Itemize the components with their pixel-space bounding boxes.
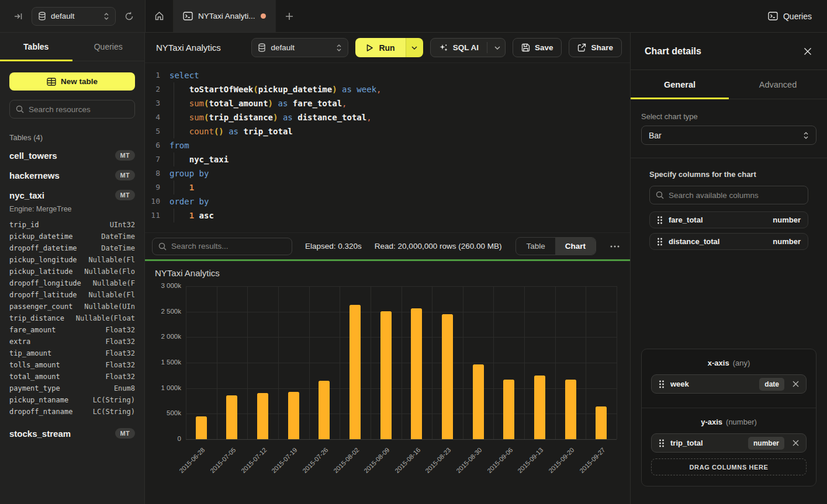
topbar-database-value: default (51, 12, 99, 20)
x-axis-section: x-axis(any) week date (642, 349, 816, 408)
share-icon (577, 43, 586, 52)
tab-general[interactable]: General (631, 70, 729, 99)
bar-2015-08-02[interactable] (350, 305, 361, 439)
code-line: 5 count() as trip_total (145, 124, 630, 138)
sparkles-icon (439, 43, 448, 53)
available-columns-list: fare_totalnumberdistance_totalnumber (649, 211, 808, 250)
sidebar-search[interactable] (9, 100, 135, 119)
query-tab[interactable]: NYTaxi Analyti... (174, 0, 276, 32)
bar-2015-09-27[interactable] (596, 406, 607, 439)
panel-divider (631, 158, 827, 158)
topbar: default NYTaxi Analyti... Queries (0, 0, 827, 33)
column-type: Nullable(Fl (89, 289, 135, 301)
axes-card: x-axis(any) week date y-axis(number) (641, 349, 816, 486)
table-row[interactable]: cell_towersMT (0, 145, 144, 165)
bar-2015-07-19[interactable] (288, 392, 299, 439)
new-table-button[interactable]: New table (9, 72, 135, 91)
columns-search[interactable] (649, 186, 808, 204)
column-name: tolls_amount (9, 359, 60, 371)
y-axis-tick-label: 2 000k (148, 333, 181, 340)
sidebar-tab-tables[interactable]: Tables (0, 33, 72, 61)
refresh-icon[interactable] (122, 9, 137, 24)
more-options-icon[interactable] (609, 245, 621, 248)
bar-2015-08-16[interactable] (411, 308, 422, 439)
collapse-sidebar-icon[interactable] (11, 9, 26, 24)
home-tab[interactable] (146, 0, 174, 32)
results-search-input[interactable] (171, 242, 286, 251)
queries-button[interactable]: Queries (753, 0, 827, 32)
x-axis-chip[interactable]: week date (651, 374, 807, 394)
engine-badge: MT (115, 150, 135, 161)
query-toolbar: NYTaxi Analytics default Run (145, 33, 630, 63)
bar-2015-08-09[interactable] (380, 311, 392, 439)
bar-2015-09-20[interactable] (565, 380, 576, 439)
chevron-updown-icon (103, 12, 109, 20)
play-icon (366, 44, 373, 52)
share-button[interactable]: Share (569, 38, 622, 57)
tab-general-label: General (664, 80, 695, 89)
run-options-button[interactable] (406, 38, 423, 57)
bar-2015-07-05[interactable] (226, 395, 237, 439)
column-row: fare_amountFloat32 (9, 324, 135, 336)
panel-body: Select chart type Bar Specify columns fo… (631, 99, 827, 504)
available-column-name: distance_total (669, 237, 767, 246)
remove-y-axis-column-button[interactable] (791, 439, 800, 447)
gridline-v (247, 286, 248, 439)
line-number: 6 (145, 138, 169, 152)
bar-2015-08-30[interactable] (473, 364, 484, 439)
bar-2015-09-13[interactable] (534, 376, 545, 439)
bar-2015-07-26[interactable] (319, 381, 330, 439)
code-text: toStartOfWeek(pickup_datetime) as week, (169, 82, 382, 96)
available-column-fare_total[interactable]: fare_totalnumber (649, 211, 808, 228)
remove-x-axis-column-button[interactable] (791, 380, 800, 388)
tab-advanced-label: Advanced (759, 80, 797, 89)
y-axis-chip[interactable]: trip_total number (651, 433, 807, 453)
table-row[interactable]: hackernewsMT (0, 165, 144, 185)
tab-advanced[interactable]: Advanced (729, 70, 827, 99)
save-button[interactable]: Save (513, 38, 562, 57)
columns-search-input[interactable] (669, 191, 802, 200)
query-title: NYTaxi Analytics (156, 43, 244, 53)
columns-section-label: Specify columns for the chart (649, 170, 808, 179)
table-row[interactable]: nyc_taxiMT (0, 185, 144, 205)
panel-close-icon[interactable] (802, 46, 813, 57)
bar-2015-06-28[interactable] (196, 416, 207, 439)
code-line: 9 1 (145, 180, 630, 194)
line-number: 5 (145, 124, 169, 138)
chart-type-select[interactable]: Bar (641, 126, 816, 145)
sidebar-tab-queries[interactable]: Queries (72, 33, 145, 61)
table-view-button[interactable]: Table (516, 238, 555, 255)
bar-chart (186, 286, 617, 439)
query-database-selector[interactable]: default (251, 38, 348, 57)
bar-2015-09-06[interactable] (503, 380, 514, 439)
column-name: dropoff_latitude (9, 289, 77, 301)
column-name: trip_distance (9, 312, 64, 324)
column-row: total_amountFloat32 (9, 371, 135, 383)
query-tab-label: NYTaxi Analyti... (198, 12, 255, 20)
content: Tables Queries New table Tables (4) cell… (0, 33, 827, 504)
y-axis-label: y-axis (701, 418, 722, 426)
sql-ai-button[interactable]: SQL AI (430, 38, 506, 57)
code-text: sum(trip_distance) as distance_total, (169, 110, 372, 124)
line-number: 4 (145, 110, 169, 124)
chart-view-button[interactable]: Chart (555, 238, 596, 255)
bar-2015-07-12[interactable] (257, 393, 268, 439)
available-column-distance_total[interactable]: distance_totalnumber (649, 233, 808, 250)
chevron-down-icon[interactable] (494, 46, 500, 50)
new-tab-button[interactable] (276, 0, 303, 32)
search-icon (656, 191, 664, 199)
drag-columns-dropzone[interactable]: DRAG COLUMNS HERE (651, 458, 807, 475)
table-row[interactable]: stocks_streamMT (0, 423, 144, 443)
x-axis-hint: (any) (733, 359, 750, 367)
sql-editor[interactable]: 1select2 toStartOfWeek(pickup_datetime) … (145, 63, 630, 232)
queries-button-label: Queries (783, 12, 812, 21)
drag-handle-icon (659, 380, 665, 388)
results-search[interactable] (152, 238, 292, 255)
bar-2015-08-23[interactable] (442, 314, 453, 439)
column-name: pickup_ntaname (9, 394, 68, 406)
topbar-database-selector[interactable]: default (32, 7, 116, 26)
run-button[interactable]: Run (355, 38, 405, 57)
chart-type-label: Select chart type (641, 112, 816, 121)
code-line: 6from (145, 138, 630, 152)
sidebar-search-input[interactable] (29, 105, 129, 114)
